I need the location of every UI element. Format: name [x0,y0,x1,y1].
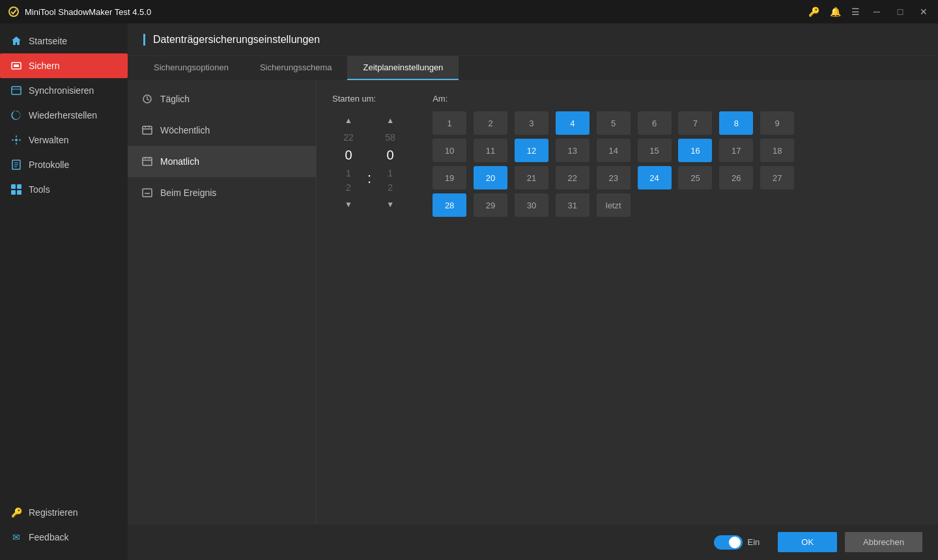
schedule-beim-ereignis[interactable]: Beim Ereignis [128,177,316,208]
day-button-24[interactable]: 24 [638,166,672,189]
day-button-18[interactable]: 18 [760,139,794,162]
minute-up-button[interactable]: ▲ [378,111,402,130]
day-button-15[interactable]: 15 [638,139,672,162]
sidebar-item-startseite[interactable]: Startseite [0,29,128,53]
day-button-1[interactable]: 1 [433,111,466,135]
day-button-3[interactable]: 3 [515,111,548,135]
day-button-31[interactable]: 31 [556,193,590,217]
day-button-letzt[interactable]: letzt [597,193,631,217]
minute-current: 0 [374,145,406,165]
titlebar: MiniTool ShadowMaker Test 4.5.0 🔑 🔔 ☰ ─ … [0,0,938,23]
day-button-25[interactable]: 25 [678,166,712,189]
minute-down-button[interactable]: ▼ [378,195,402,214]
content-area: Täglich Wöchentlich Monatlich [128,81,938,524]
day-button-10[interactable]: 10 [433,139,466,162]
day-picker-section: Am: 123456789101112131415161718192021222… [433,94,922,217]
app-logo-icon [8,6,20,18]
monthly-calendar-icon [141,155,154,168]
day-button-30[interactable]: 30 [515,193,548,217]
bell-icon[interactable]: 🔔 [830,7,841,17]
day-label: Am: [433,94,922,104]
event-icon [141,186,154,199]
svg-point-5 [15,139,18,141]
app-title: MiniTool ShadowMaker Test 4.5.0 [25,7,151,17]
minimize-button[interactable]: ─ [870,5,883,18]
day-button-6[interactable]: 6 [638,111,672,135]
day-button-5[interactable]: 5 [597,111,631,135]
svg-rect-2 [14,64,19,67]
time-picker-section: Starten um: ▲ 22 0 1 2 ▼ : [332,94,406,214]
day-button-13[interactable]: 13 [556,139,590,162]
app-layout: Startseite Sichern Synchronisieren Wiede… [0,23,938,560]
day-button-8[interactable]: 8 [719,111,753,135]
hour-next: 1 [332,167,365,180]
schedule-woechentlich[interactable]: Wöchentlich [128,115,316,146]
time-colon: : [365,170,374,187]
schedule-settings-panel: Starten um: ▲ 22 0 1 2 ▼ : [317,81,938,524]
sidebar-item-feedback[interactable]: ✉ Feedback [0,525,128,550]
sidebar-item-verwalten[interactable]: Verwalten [0,128,128,152]
day-button-26[interactable]: 26 [719,166,753,189]
schedule-taeglich[interactable]: Täglich [128,83,316,115]
key-bottom-icon: 🔑 [10,507,22,518]
day-button-12[interactable]: 12 [515,139,548,162]
sidebar-item-sichern[interactable]: Sichern [0,53,128,78]
tools-icon [10,184,22,195]
day-button-21[interactable]: 21 [515,166,548,189]
main-content: Datenträgersicherungseinstellungen Siche… [128,23,938,560]
day-button-4[interactable]: 4 [556,111,590,135]
sidebar-item-synchronisieren[interactable]: Synchronisieren [0,78,128,103]
day-button-17[interactable]: 17 [719,139,753,162]
day-button-7[interactable]: 7 [678,111,712,135]
hour-prev: 22 [332,131,365,144]
svg-rect-23 [143,189,152,197]
ok-button[interactable]: OK [778,532,837,552]
cancel-button[interactable]: Abbrechen [845,532,922,552]
toggle-label: Ein [748,537,760,547]
key-icon[interactable]: 🔑 [808,7,819,17]
day-button-20[interactable]: 20 [474,166,507,189]
hour-up-button[interactable]: ▲ [337,111,360,130]
day-button-14[interactable]: 14 [597,139,631,162]
schedule-monatlich[interactable]: Monatlich [128,146,316,177]
day-button-29[interactable]: 29 [474,193,507,217]
close-button[interactable]: ✕ [917,5,930,18]
sidebar-label-synchronisieren: Synchronisieren [29,85,94,96]
sidebar-label-feedback: Feedback [29,532,68,542]
day-button-23[interactable]: 23 [597,166,631,189]
clock-icon [141,92,154,105]
day-grid: 1234567891011121314151617181920212223242… [433,111,797,217]
toggle-switch[interactable] [714,535,743,550]
minute-prev: 58 [374,131,406,144]
time-picker: ▲ 22 0 1 2 ▼ : ▲ 58 0 [332,111,406,214]
day-button-16[interactable]: 16 [678,139,712,162]
svg-rect-11 [17,184,21,189]
minute-next: 1 [374,167,406,180]
sidebar-item-wiederherstellen[interactable]: Wiederherstellen [0,103,128,128]
menu-icon[interactable]: ☰ [851,7,860,17]
sidebar-bottom: 🔑 Registrieren ✉ Feedback [0,500,128,560]
tab-bar: Sicherungsoptionen Sicherungsschema Zeit… [128,56,938,81]
sidebar-label-wiederherstellen: Wiederherstellen [29,110,97,120]
day-button-2[interactable]: 2 [474,111,507,135]
tab-sicherungsschema[interactable]: Sicherungsschema [244,56,348,80]
day-button-19[interactable]: 19 [433,166,466,189]
weekly-calendar-icon [141,124,154,137]
day-button-22[interactable]: 22 [556,166,590,189]
schedule-type-panel: Täglich Wöchentlich Monatlich [128,81,317,524]
tab-sicherungsoptionen[interactable]: Sicherungsoptionen [138,56,244,80]
sidebar-item-tools[interactable]: Tools [0,177,128,202]
day-button-11[interactable]: 11 [474,139,507,162]
sidebar-item-registrieren[interactable]: 🔑 Registrieren [0,500,128,525]
manage-icon [10,134,22,146]
maximize-button[interactable]: □ [894,5,907,18]
svg-rect-10 [11,184,16,189]
day-button-28[interactable]: 28 [433,193,466,217]
hour-down-button[interactable]: ▼ [337,195,360,214]
page-header: Datenträgersicherungseinstellungen [128,23,938,56]
sidebar-item-protokolle[interactable]: Protokolle [0,152,128,177]
day-button-9[interactable]: 9 [760,111,794,135]
sidebar-label-tools: Tools [29,184,50,195]
day-button-27[interactable]: 27 [760,166,794,189]
tab-zeitplaneinstellungen[interactable]: Zeitplaneinstellungen [347,56,459,80]
